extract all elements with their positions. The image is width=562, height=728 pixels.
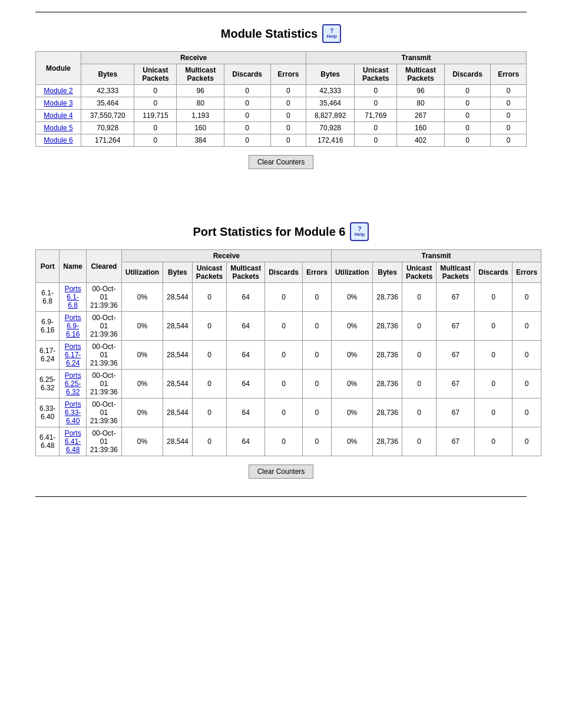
module-link[interactable]: Module 2 <box>36 85 81 97</box>
port-tx-multicast: 67 <box>437 370 475 398</box>
port-stats-title: Port Statistics for Module 6 ? Help <box>35 222 527 241</box>
rx-discards: 0 <box>224 97 270 110</box>
port-tx-discards: 0 <box>475 427 513 456</box>
port-rx-unicast: 0 <box>192 398 226 427</box>
port-name-link[interactable]: Ports6.33-6.40 <box>59 398 87 427</box>
module-link[interactable]: Module 3 <box>36 97 81 110</box>
rx-unicast: 0 <box>134 122 177 134</box>
tx-discards-header: Discards <box>444 64 491 85</box>
rx-errors: 0 <box>270 122 306 134</box>
port-tx-errors: 0 <box>513 341 541 370</box>
tx-bytes: 42,333 <box>306 85 355 97</box>
port-tx-errors: 0 <box>513 427 541 456</box>
module-link[interactable]: Module 5 <box>36 122 81 134</box>
table-row: 6.41-6.48 Ports6.41-6.48 00-Oct-01 21:39… <box>36 427 541 456</box>
port-receive-group-header: Receive <box>121 250 331 262</box>
tx-unicast: 71,769 <box>355 110 397 122</box>
port-tx-bytes-header: Bytes <box>373 262 402 283</box>
port-rx-bytes: 28,544 <box>163 283 193 312</box>
rx-multicast: 96 <box>177 85 224 97</box>
port-tx-unicast: 0 <box>402 370 436 398</box>
port-id: 6.17-6.24 <box>36 341 59 370</box>
rx-multicast-header: MulticastPackets <box>177 64 224 85</box>
module-clear-counters-button[interactable]: Clear Counters <box>249 155 314 169</box>
port-tx-discards: 0 <box>475 398 513 427</box>
port-clear-counters-button[interactable]: Clear Counters <box>249 465 314 479</box>
port-rx-unicast: 0 <box>192 283 226 312</box>
rx-discards-header: Discards <box>224 64 270 85</box>
table-row: Module 3 35,464 0 80 0 0 35,464 0 80 0 0 <box>36 97 527 110</box>
table-row: Module 5 70,928 0 160 0 0 70,928 0 160 0… <box>36 122 527 134</box>
port-name-link[interactable]: Ports6.1-6.8 <box>59 283 87 312</box>
port-name-link[interactable]: Ports6.17-6.24 <box>59 341 87 370</box>
port-clear-counters-row: Clear Counters <box>35 465 527 479</box>
port-rx-util: 0% <box>121 370 163 398</box>
tx-discards: 0 <box>444 110 491 122</box>
port-tx-util: 0% <box>331 370 372 398</box>
port-tx-bytes: 28,736 <box>373 427 402 456</box>
port-tx-errors: 0 <box>513 283 541 312</box>
port-rx-multicast: 64 <box>227 370 265 398</box>
port-rx-multicast: 64 <box>227 398 265 427</box>
port-tx-bytes: 28,736 <box>373 341 402 370</box>
tx-discards: 0 <box>444 122 491 134</box>
rx-unicast: 119,715 <box>134 110 177 122</box>
rx-unicast: 0 <box>134 134 177 147</box>
port-tx-multicast: 67 <box>437 398 475 427</box>
port-tx-util: 0% <box>331 398 372 427</box>
port-id: 6.25-6.32 <box>36 370 59 398</box>
module-link[interactable]: Module 6 <box>36 134 81 147</box>
port-rx-errors: 0 <box>302 341 331 370</box>
port-id: 6.33-6.40 <box>36 398 59 427</box>
port-tx-util: 0% <box>331 427 372 456</box>
port-tx-errors: 0 <box>513 370 541 398</box>
tx-multicast: 402 <box>397 134 444 147</box>
rx-discards: 0 <box>224 110 270 122</box>
table-row: 6.25-6.32 Ports6.25-6.32 00-Oct-01 21:39… <box>36 370 541 398</box>
tx-multicast: 267 <box>397 110 444 122</box>
port-stats-table: Port Name Cleared Receive Transmit Utili… <box>35 249 541 456</box>
rx-bytes-header: Bytes <box>81 64 134 85</box>
port-rx-util: 0% <box>121 283 163 312</box>
table-row: 6.17-6.24 Ports6.17-6.24 00-Oct-01 21:39… <box>36 341 541 370</box>
rx-multicast: 384 <box>177 134 224 147</box>
port-rx-errors-header: Errors <box>302 262 331 283</box>
tx-multicast-header: MulticastPackets <box>397 64 444 85</box>
port-name-link[interactable]: Ports6.41-6.48 <box>59 427 87 456</box>
port-stats-help-icon[interactable]: ? Help <box>350 222 369 241</box>
tx-bytes: 8,827,892 <box>306 110 355 122</box>
port-rx-multicast: 64 <box>227 312 265 341</box>
port-rx-discards: 0 <box>265 398 303 427</box>
table-row: 6.33-6.40 Ports6.33-6.40 00-Oct-01 21:39… <box>36 398 541 427</box>
tx-multicast: 80 <box>397 97 444 110</box>
port-name-link[interactable]: Ports6.9-6.16 <box>59 312 87 341</box>
port-rx-util: 0% <box>121 341 163 370</box>
port-cleared: 00-Oct-01 21:39:36 <box>87 370 122 398</box>
module-stats-help-icon[interactable]: ? Help <box>322 24 341 43</box>
port-tx-discards: 0 <box>475 341 513 370</box>
tx-discards: 0 <box>444 85 491 97</box>
port-tx-util: 0% <box>331 341 372 370</box>
port-rx-bytes: 28,544 <box>163 312 193 341</box>
name-col-header: Name <box>59 250 87 283</box>
rx-discards: 0 <box>224 85 270 97</box>
port-tx-multicast: 67 <box>437 341 475 370</box>
port-rx-util: 0% <box>121 427 163 456</box>
tx-errors: 0 <box>491 134 527 147</box>
module-link[interactable]: Module 4 <box>36 110 81 122</box>
port-tx-multicast: 67 <box>437 427 475 456</box>
port-tx-multicast: 67 <box>437 312 475 341</box>
port-tx-unicast-header: UnicastPackets <box>402 262 436 283</box>
module-clear-counters-row: Clear Counters <box>35 155 527 169</box>
port-rx-bytes-header: Bytes <box>163 262 193 283</box>
rx-bytes: 171,264 <box>81 134 134 147</box>
port-tx-bytes: 28,736 <box>373 312 402 341</box>
module-stats-table: Module Receive Transmit Bytes UnicastPac… <box>35 51 527 147</box>
port-transmit-group-header: Transmit <box>331 250 541 262</box>
port-rx-errors: 0 <box>302 283 331 312</box>
tx-errors: 0 <box>491 97 527 110</box>
port-tx-unicast: 0 <box>402 341 436 370</box>
tx-unicast: 0 <box>355 97 397 110</box>
port-tx-bytes: 28,736 <box>373 370 402 398</box>
port-name-link[interactable]: Ports6.25-6.32 <box>59 370 87 398</box>
